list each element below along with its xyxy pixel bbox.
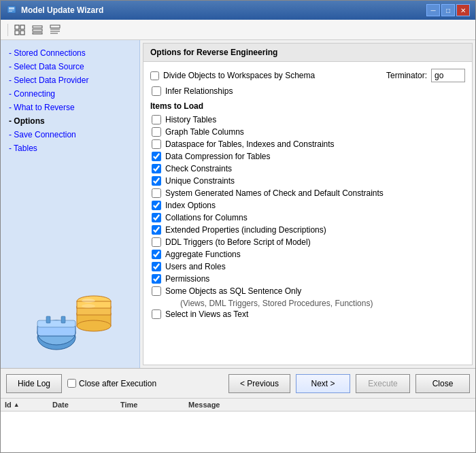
checkbox-label-12: Users and Roles (165, 262, 226, 271)
close-after-checkbox[interactable] (67, 379, 76, 388)
app-icon (6, 5, 17, 16)
checkbox-indent-label-15: (Views, DML Triggers, Stored Procedures,… (167, 299, 373, 308)
checkbox-item-6: System Generated Names of Check and Defa… (150, 188, 465, 198)
right-panel: Options for Reverse Engineering Divide O… (140, 40, 475, 368)
svg-rect-4 (15, 25, 19, 29)
checkbox-12[interactable] (152, 262, 161, 271)
checkbox-8[interactable] (152, 213, 161, 222)
sidebar-item-save-connection[interactable]: - Save Connection (6, 129, 134, 141)
checkbox-4[interactable] (152, 164, 161, 173)
terminator-label: Terminator: (386, 71, 427, 80)
window-close-button[interactable]: ✕ (456, 4, 470, 16)
checkbox-list: History TablesGraph Table ColumnsDataspa… (150, 115, 465, 319)
checkbox-item-13: Permissions (150, 274, 465, 284)
options-body: Divide Objects to Workspaces by Schema T… (143, 62, 472, 329)
detail-icon (50, 24, 61, 35)
log-col-message[interactable]: Message (188, 401, 471, 409)
checkbox-5[interactable] (152, 176, 161, 186)
terminator-input[interactable] (431, 69, 465, 82)
log-body[interactable] (1, 412, 475, 452)
checkbox-9[interactable] (152, 225, 161, 235)
checkbox-item-7: Index Options (150, 201, 465, 210)
options-panel: Options for Reverse Engineering Divide O… (143, 43, 473, 365)
sidebar-item-what-to-reverse[interactable]: - What to Reverse (6, 101, 134, 114)
terminator-section: Terminator: (386, 69, 465, 82)
toolbar-detail-button[interactable] (48, 22, 63, 37)
checkbox-item-9: Extended Properties (including Descripti… (150, 225, 465, 235)
checkbox-3[interactable] (152, 152, 161, 161)
checkbox-item-10: DDL Triggers (to Before Script of Model) (150, 237, 465, 247)
checkbox-item-11: Aggregate Functions (150, 250, 465, 259)
log-col-time[interactable]: Time (120, 401, 175, 409)
toolbar-list-button[interactable] (30, 22, 45, 37)
sidebar-item-stored-connections[interactable]: - Stored Connections (6, 47, 134, 59)
svg-rect-7 (20, 31, 24, 35)
previous-button[interactable]: < Previous (228, 374, 290, 393)
infer-relationships-row: Infer Relationships (150, 86, 465, 96)
log-area: Id ▲ Date Time Message (1, 398, 475, 452)
checkbox-7[interactable] (152, 201, 161, 210)
divide-objects-checkbox[interactable] (150, 71, 159, 80)
checkbox-item-15: (Views, DML Triggers, Stored Procedures,… (150, 299, 465, 308)
next-button[interactable]: Next > (296, 374, 350, 393)
checkbox-label-16: Select in Views as Text (165, 309, 248, 319)
maximize-button[interactable]: □ (441, 4, 455, 16)
sidebar-item-select-data-source[interactable]: - Select Data Source (6, 61, 134, 73)
log-col-date[interactable]: Date (52, 401, 107, 409)
window-title: Model Update Wizard (21, 5, 103, 15)
checkbox-label-9: Extended Properties (including Descripti… (165, 225, 326, 235)
svg-point-28 (82, 299, 95, 303)
svg-rect-18 (37, 320, 75, 327)
sidebar-item-options[interactable]: - Options (6, 115, 134, 127)
sidebar-item-tables[interactable]: - Tables (6, 142, 134, 154)
svg-point-29 (82, 304, 95, 308)
checkbox-label-5: Unique Constraints (165, 176, 235, 186)
list-icon (32, 24, 43, 35)
title-controls: ─ □ ✕ (426, 4, 470, 16)
checkbox-6[interactable] (152, 188, 161, 198)
bottom-bar: Hide Log Close after Execution < Previou… (1, 368, 475, 398)
hide-log-button[interactable]: Hide Log (6, 374, 62, 393)
svg-rect-11 (50, 25, 60, 28)
checkbox-16[interactable] (152, 309, 161, 319)
checkbox-label-0: History Tables (165, 115, 216, 124)
items-to-load-label: Items to Load (150, 101, 465, 111)
checkbox-item-0: History Tables (150, 115, 465, 124)
svg-rect-9 (33, 29, 42, 31)
svg-rect-1 (9, 7, 14, 9)
close-button[interactable]: Close (415, 374, 470, 393)
checkbox-item-12: Users and Roles (150, 262, 465, 271)
svg-rect-19 (46, 316, 50, 323)
log-col-id[interactable]: Id ▲ (5, 401, 39, 409)
infer-relationships-checkbox[interactable] (152, 86, 161, 96)
checkbox-13[interactable] (152, 274, 161, 284)
main-content: - Stored Connections - Select Data Sourc… (1, 40, 475, 368)
svg-rect-2 (9, 10, 14, 10)
checkbox-11[interactable] (152, 250, 161, 259)
title-bar-left: Model Update Wizard (6, 5, 103, 16)
sidebar: - Stored Connections - Select Data Sourc… (1, 40, 140, 368)
checkbox-10[interactable] (152, 237, 161, 247)
svg-rect-10 (33, 33, 42, 34)
toolbar-separator-1 (7, 24, 8, 36)
main-window: Model Update Wizard ─ □ ✕ (0, 0, 476, 453)
checkbox-label-1: Graph Table Columns (165, 127, 244, 137)
checkbox-item-14: Some Objects as SQL Sentence Only (150, 286, 465, 296)
checkbox-2[interactable] (152, 139, 161, 149)
sidebar-item-select-data-provider[interactable]: - Select Data Provider (6, 74, 134, 86)
sidebar-item-connecting[interactable]: - Connecting (6, 88, 134, 100)
checkbox-item-1: Graph Table Columns (150, 127, 465, 137)
checkbox-0[interactable] (152, 115, 161, 124)
grid-icon (14, 24, 25, 35)
checkbox-14[interactable] (152, 286, 161, 296)
checkbox-item-3: Data Compression for Tables (150, 152, 465, 161)
checkbox-1[interactable] (152, 127, 161, 137)
toolbar-grid-button[interactable] (12, 22, 27, 37)
minimize-button[interactable]: ─ (426, 4, 440, 16)
sort-arrow-id: ▲ (14, 401, 20, 408)
svg-rect-20 (61, 316, 65, 323)
checkbox-label-3: Data Compression for Tables (165, 152, 271, 161)
checkbox-label-13: Permissions (165, 274, 209, 284)
execute-button[interactable]: Execute (356, 374, 410, 393)
option-left-divide: Divide Objects to Workspaces by Schema (150, 71, 315, 80)
